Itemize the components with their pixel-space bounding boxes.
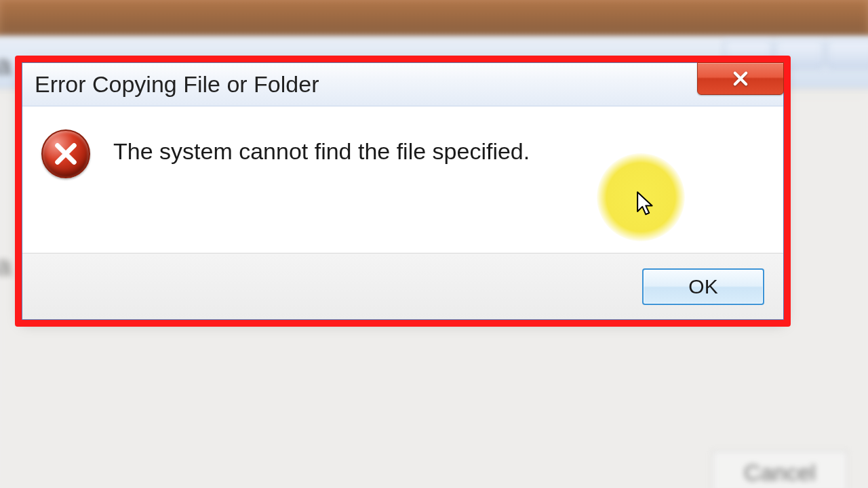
parent-left-fragment: a <box>0 251 11 281</box>
close-icon <box>731 69 750 88</box>
parent-cancel-button[interactable]: Cancel <box>712 451 848 488</box>
parent-close-button[interactable] <box>827 41 868 68</box>
desktop-scene: a a Cancel Error Copying File or Folder <box>0 0 868 488</box>
dialog-titlebar[interactable]: Error Copying File or Folder <box>22 63 783 106</box>
dialog-title: Error Copying File or Folder <box>35 71 319 98</box>
dialog-button-row: OK <box>22 253 783 319</box>
dialog-close-button[interactable] <box>697 62 784 95</box>
dialog-content: The system cannot find the file specifie… <box>22 106 783 253</box>
parent-title-fragment: a <box>0 50 11 81</box>
error-icon <box>41 129 90 178</box>
dialog-message: The system cannot find the file specifie… <box>113 127 530 166</box>
ok-button[interactable]: OK <box>642 268 764 305</box>
error-dialog: Error Copying File or Folder The system … <box>22 62 784 320</box>
